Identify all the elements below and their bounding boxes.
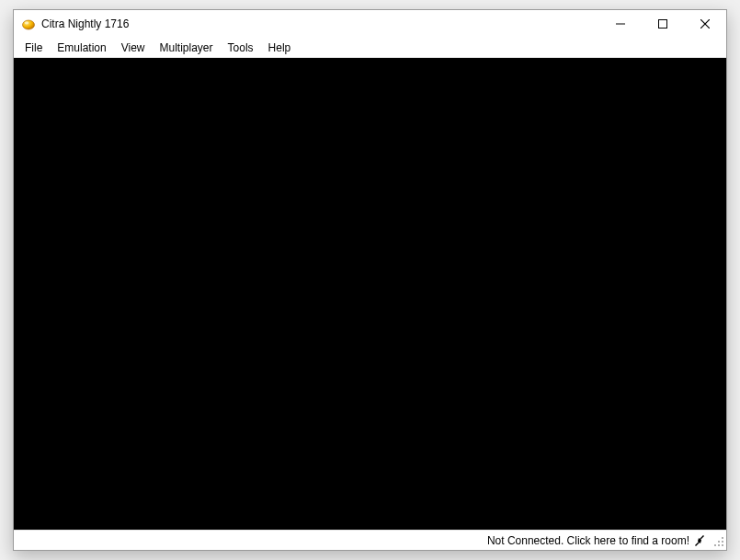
app-window: Citra Nightly 1716 File Emulation View M… bbox=[13, 9, 727, 551]
titlebar: Citra Nightly 1716 bbox=[14, 10, 726, 38]
menu-view[interactable]: View bbox=[114, 40, 153, 56]
close-button[interactable] bbox=[684, 10, 726, 38]
svg-point-7 bbox=[722, 541, 723, 543]
svg-point-9 bbox=[722, 544, 723, 546]
window-controls bbox=[599, 10, 726, 38]
app-icon bbox=[21, 17, 36, 31]
menu-multiplayer[interactable]: Multiplayer bbox=[153, 40, 221, 56]
maximize-button[interactable] bbox=[642, 10, 684, 38]
menubar: File Emulation View Multiplayer Tools He… bbox=[14, 38, 726, 58]
svg-rect-3 bbox=[659, 20, 667, 29]
svg-point-6 bbox=[722, 537, 723, 539]
network-icon[interactable] bbox=[693, 534, 706, 547]
render-viewport bbox=[14, 58, 726, 530]
window-title: Citra Nightly 1716 bbox=[41, 17, 129, 30]
svg-point-0 bbox=[23, 20, 35, 29]
connection-status[interactable]: Not Connected. Click here to find a room… bbox=[487, 534, 689, 547]
svg-point-11 bbox=[714, 544, 716, 546]
statusbar: Not Connected. Click here to find a room… bbox=[14, 530, 726, 550]
menu-tools[interactable]: Tools bbox=[221, 40, 261, 56]
svg-point-8 bbox=[718, 541, 720, 543]
minimize-button[interactable] bbox=[599, 10, 642, 38]
menu-help[interactable]: Help bbox=[261, 40, 299, 56]
menu-file[interactable]: File bbox=[17, 40, 50, 56]
svg-point-10 bbox=[718, 544, 720, 546]
resize-grip[interactable] bbox=[712, 534, 724, 547]
svg-point-1 bbox=[25, 22, 28, 25]
menu-emulation[interactable]: Emulation bbox=[50, 40, 113, 56]
